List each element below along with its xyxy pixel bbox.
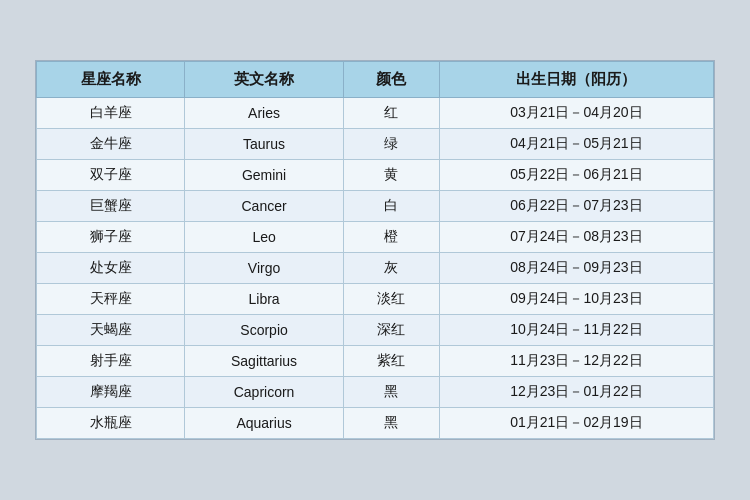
cell-0-3: 03月21日－04月20日 [439, 98, 713, 129]
cell-8-1: Sagittarius [185, 346, 344, 377]
cell-4-3: 07月24日－08月23日 [439, 222, 713, 253]
cell-4-0: 狮子座 [37, 222, 185, 253]
table-body: 白羊座Aries红03月21日－04月20日金牛座Taurus绿04月21日－0… [37, 98, 714, 439]
cell-8-3: 11月23日－12月22日 [439, 346, 713, 377]
header-color: 颜色 [343, 62, 439, 98]
cell-10-3: 01月21日－02月19日 [439, 408, 713, 439]
cell-9-0: 摩羯座 [37, 377, 185, 408]
cell-6-1: Libra [185, 284, 344, 315]
cell-9-2: 黑 [343, 377, 439, 408]
cell-2-2: 黄 [343, 160, 439, 191]
table-row: 双子座Gemini黄05月22日－06月21日 [37, 160, 714, 191]
cell-0-0: 白羊座 [37, 98, 185, 129]
header-chinese-name: 星座名称 [37, 62, 185, 98]
cell-9-3: 12月23日－01月22日 [439, 377, 713, 408]
cell-3-0: 巨蟹座 [37, 191, 185, 222]
zodiac-table-container: 星座名称 英文名称 颜色 出生日期（阳历） 白羊座Aries红03月21日－04… [35, 60, 715, 440]
cell-0-1: Aries [185, 98, 344, 129]
table-row: 金牛座Taurus绿04月21日－05月21日 [37, 129, 714, 160]
cell-5-0: 处女座 [37, 253, 185, 284]
cell-2-3: 05月22日－06月21日 [439, 160, 713, 191]
zodiac-table: 星座名称 英文名称 颜色 出生日期（阳历） 白羊座Aries红03月21日－04… [36, 61, 714, 439]
header-english-name: 英文名称 [185, 62, 344, 98]
cell-4-1: Leo [185, 222, 344, 253]
table-row: 射手座Sagittarius紫红11月23日－12月22日 [37, 346, 714, 377]
cell-3-1: Cancer [185, 191, 344, 222]
cell-7-3: 10月24日－11月22日 [439, 315, 713, 346]
cell-2-1: Gemini [185, 160, 344, 191]
cell-6-3: 09月24日－10月23日 [439, 284, 713, 315]
cell-1-0: 金牛座 [37, 129, 185, 160]
cell-5-3: 08月24日－09月23日 [439, 253, 713, 284]
cell-1-2: 绿 [343, 129, 439, 160]
cell-2-0: 双子座 [37, 160, 185, 191]
cell-1-1: Taurus [185, 129, 344, 160]
cell-6-0: 天秤座 [37, 284, 185, 315]
table-header-row: 星座名称 英文名称 颜色 出生日期（阳历） [37, 62, 714, 98]
table-row: 天秤座Libra淡红09月24日－10月23日 [37, 284, 714, 315]
cell-7-0: 天蝎座 [37, 315, 185, 346]
table-row: 处女座Virgo灰08月24日－09月23日 [37, 253, 714, 284]
cell-10-2: 黑 [343, 408, 439, 439]
cell-5-2: 灰 [343, 253, 439, 284]
cell-1-3: 04月21日－05月21日 [439, 129, 713, 160]
cell-3-2: 白 [343, 191, 439, 222]
header-dates: 出生日期（阳历） [439, 62, 713, 98]
table-row: 巨蟹座Cancer白06月22日－07月23日 [37, 191, 714, 222]
cell-10-1: Aquarius [185, 408, 344, 439]
cell-8-0: 射手座 [37, 346, 185, 377]
cell-10-0: 水瓶座 [37, 408, 185, 439]
cell-7-1: Scorpio [185, 315, 344, 346]
table-row: 狮子座Leo橙07月24日－08月23日 [37, 222, 714, 253]
cell-9-1: Capricorn [185, 377, 344, 408]
cell-0-2: 红 [343, 98, 439, 129]
table-row: 摩羯座Capricorn黑12月23日－01月22日 [37, 377, 714, 408]
table-row: 白羊座Aries红03月21日－04月20日 [37, 98, 714, 129]
cell-4-2: 橙 [343, 222, 439, 253]
cell-7-2: 深红 [343, 315, 439, 346]
table-row: 天蝎座Scorpio深红10月24日－11月22日 [37, 315, 714, 346]
cell-8-2: 紫红 [343, 346, 439, 377]
cell-5-1: Virgo [185, 253, 344, 284]
table-row: 水瓶座Aquarius黑01月21日－02月19日 [37, 408, 714, 439]
cell-6-2: 淡红 [343, 284, 439, 315]
cell-3-3: 06月22日－07月23日 [439, 191, 713, 222]
